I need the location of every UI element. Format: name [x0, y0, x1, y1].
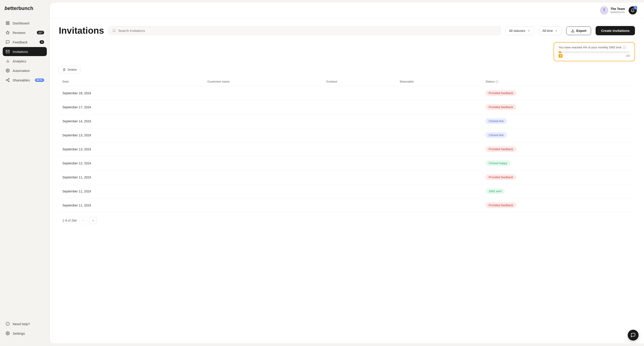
- table-row[interactable]: September 17, 2024 Provided feedback: [59, 100, 635, 114]
- page-header: Invitations All statuses All time: [59, 26, 635, 36]
- status-badge: Provided feedback: [486, 202, 516, 208]
- user-name: The Team: [610, 7, 625, 11]
- time-filter-button[interactable]: All time: [539, 26, 562, 35]
- row-customer: [204, 142, 323, 156]
- svg-rect-0: [6, 22, 7, 22]
- sidebar-item-label: Feedback: [13, 40, 28, 44]
- status-badge: Provided feedback: [486, 104, 516, 110]
- sidebar-item-reviews[interactable]: Reviews 217: [3, 28, 47, 37]
- pagination-next[interactable]: ›: [89, 217, 96, 224]
- share-icon: [6, 78, 10, 82]
- col-header-date: Date: [59, 77, 204, 86]
- row-status: SMS sent: [482, 184, 635, 198]
- status-badge: Provided feedback: [486, 174, 516, 180]
- grid-icon: [6, 21, 10, 25]
- table-row[interactable]: September 11, 2024 SMS sent: [59, 184, 635, 198]
- envelope-icon: [6, 49, 10, 54]
- chat-bubble-button[interactable]: [628, 330, 638, 340]
- sidebar-item-invitations[interactable]: Invitations: [3, 47, 47, 56]
- table-row[interactable]: September 13, 2024 Provided feedback: [59, 142, 635, 156]
- notification-badge: 1: [634, 6, 637, 10]
- row-status: Clicked link: [482, 114, 635, 128]
- row-customer: [204, 128, 323, 142]
- sidebar-badge: 217: [37, 31, 44, 34]
- svg-rect-3: [8, 24, 9, 25]
- row-shareable: [396, 198, 482, 212]
- sidebar-item-label: Settings: [13, 332, 25, 335]
- row-status: Clicked link: [482, 128, 635, 142]
- col-header-customer-name: Customer name: [204, 77, 323, 86]
- star-icon: [6, 30, 10, 35]
- row-date: September 13, 2024: [59, 128, 204, 142]
- message-icon: [6, 40, 10, 44]
- sidebar-item-label: Automation: [13, 69, 30, 72]
- export-icon: [571, 29, 574, 32]
- app-header: T The Team betterbunch 1: [50, 3, 644, 18]
- search-box[interactable]: [108, 26, 501, 35]
- create-invitations-button[interactable]: Create invitations: [596, 26, 635, 35]
- avatar: T: [600, 6, 608, 14]
- col-header-status: Status: [482, 77, 635, 86]
- row-shareable: [396, 128, 482, 142]
- search-input[interactable]: [118, 29, 497, 32]
- sidebar-badge: 4: [40, 40, 44, 44]
- svg-line-12: [7, 80, 8, 81]
- sidebar-item-dashboard[interactable]: Dashboard: [3, 18, 47, 28]
- table-row[interactable]: September 12, 2024 Clicked happy: [59, 156, 635, 170]
- row-contact: [323, 86, 396, 100]
- row-status: Provided feedback: [482, 86, 635, 100]
- svg-point-10: [6, 80, 7, 81]
- table-row[interactable]: September 18, 2024 Provided feedback: [59, 86, 635, 100]
- row-status: Provided feedback: [482, 142, 635, 156]
- svg-marker-4: [6, 31, 10, 34]
- sidebar-item-feedback[interactable]: Feedback 4: [3, 38, 47, 46]
- status-badge: Clicked happy: [486, 160, 510, 166]
- sidebar-item-label: Dashboard: [13, 21, 29, 25]
- sidebar-item-automation[interactable]: Automation: [3, 66, 47, 75]
- sidebar-item-need-help[interactable]: Need help?: [3, 319, 47, 328]
- notification-button[interactable]: 1: [628, 6, 637, 14]
- delete-button[interactable]: Delete: [59, 66, 80, 74]
- sidebar-item-label: Analytics: [13, 59, 26, 63]
- table-row[interactable]: September 11, 2024 Provided feedback: [59, 170, 635, 184]
- row-shareable: [396, 86, 482, 100]
- sms-current: 4: [558, 54, 562, 58]
- export-button[interactable]: Export: [566, 26, 591, 35]
- chart-icon: [6, 59, 10, 63]
- table-row[interactable]: September 11, 2024 Provided feedback: [59, 198, 635, 212]
- table-row[interactable]: September 13, 2024 Clicked link: [59, 128, 635, 142]
- row-contact: [323, 198, 396, 212]
- svg-line-19: [115, 32, 116, 32]
- status-filter-button[interactable]: All statuses: [505, 26, 534, 35]
- row-customer: [204, 198, 323, 212]
- sidebar-item-label: Reviews: [13, 31, 26, 34]
- sms-progress-bar: [558, 51, 630, 53]
- status-badge: Clicked link: [486, 132, 507, 138]
- trash-icon: [63, 68, 66, 71]
- svg-point-17: [7, 333, 8, 334]
- sidebar: betterbunch Dashboard Reviews 217 Feedba…: [0, 0, 50, 346]
- sidebar-item-label: Shareables: [13, 78, 30, 82]
- pagination-prev[interactable]: ‹: [79, 217, 86, 224]
- row-shareable: [396, 184, 482, 198]
- row-contact: [323, 100, 396, 114]
- row-contact: [323, 170, 396, 184]
- pagination: 1-9 of 294 ‹ ›: [59, 212, 635, 229]
- sidebar-item-settings[interactable]: Settings: [3, 329, 47, 338]
- row-customer: [204, 170, 323, 184]
- nav-bottom: Need help? Settings: [0, 316, 50, 340]
- sidebar-item-shareables[interactable]: Shareables BETA: [3, 76, 47, 84]
- row-contact: [323, 184, 396, 198]
- row-date: September 17, 2024: [59, 100, 204, 114]
- logo: betterbunch: [0, 6, 50, 18]
- row-date: September 18, 2024: [59, 86, 204, 100]
- sidebar-item-analytics[interactable]: Analytics: [3, 56, 47, 66]
- nav-items: Dashboard Reviews 217 Feedback 4 Invitat…: [0, 18, 50, 316]
- status-badge: Clicked link: [486, 118, 507, 124]
- row-date: September 14, 2024: [59, 114, 204, 128]
- row-date: September 11, 2024: [59, 198, 204, 212]
- table-row[interactable]: September 14, 2024 Clicked link: [59, 114, 635, 128]
- svg-line-13: [7, 79, 8, 80]
- svg-rect-1: [8, 22, 9, 22]
- status-badge: SMS sent: [486, 188, 504, 194]
